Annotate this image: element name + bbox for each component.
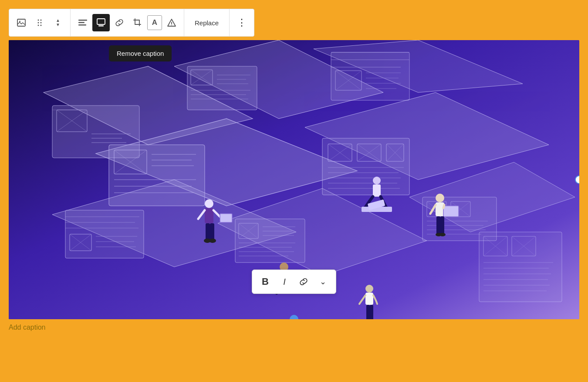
- toolbar-group-2: A: [71, 9, 184, 36]
- link-button[interactable]: [111, 14, 128, 31]
- image-block-toolbar: ▲ ▼: [9, 9, 254, 37]
- drag-handle-button[interactable]: [31, 14, 48, 31]
- svg-point-1: [19, 21, 20, 22]
- svg-point-14: [171, 25, 172, 26]
- text-a-icon: A: [152, 18, 157, 27]
- svg-rect-60: [322, 138, 409, 195]
- svg-point-147: [365, 285, 373, 293]
- image-block-wrapper: Remove caption B I ⌄ Add caption: [9, 40, 579, 331]
- italic-button[interactable]: I: [275, 272, 294, 291]
- remove-caption-tooltip: Remove caption: [109, 45, 172, 61]
- svg-rect-26: [187, 66, 257, 110]
- more-formats-button[interactable]: ⌄: [313, 272, 332, 291]
- toolbar-group-1: ▲ ▼: [9, 9, 71, 36]
- svg-rect-148: [365, 293, 373, 305]
- svg-rect-142: [440, 216, 444, 235]
- svg-point-132: [373, 177, 381, 184]
- svg-rect-124: [205, 208, 213, 223]
- caption-formatting-toolbar: B I ⌄: [252, 269, 336, 294]
- text-overlay-button[interactable]: A: [147, 15, 162, 30]
- svg-point-123: [205, 199, 213, 208]
- add-caption-placeholder[interactable]: Add caption: [9, 324, 579, 331]
- svg-point-2: [38, 20, 39, 21]
- svg-point-7: [41, 25, 42, 26]
- svg-rect-110: [479, 232, 562, 302]
- link-caption-button[interactable]: [294, 272, 313, 291]
- svg-rect-129: [210, 223, 214, 241]
- svg-rect-12: [98, 25, 104, 27]
- replace-button[interactable]: Replace: [188, 14, 226, 31]
- svg-rect-150: [370, 305, 373, 319]
- toolbar-group-3: Replace: [184, 9, 230, 36]
- svg-point-6: [41, 22, 42, 24]
- crop-button[interactable]: [129, 14, 146, 31]
- svg-point-144: [439, 233, 446, 236]
- svg-rect-11: [97, 19, 105, 24]
- align-button[interactable]: [74, 14, 91, 31]
- svg-rect-137: [436, 202, 444, 216]
- toolbar-group-4: ⋮: [230, 9, 254, 36]
- chevron-down-icon: ⌄: [320, 277, 326, 286]
- svg-rect-133: [373, 184, 381, 197]
- bold-button[interactable]: B: [256, 272, 275, 291]
- svg-point-3: [38, 22, 39, 24]
- alert-button[interactable]: [163, 14, 180, 31]
- arrow-down-icon: ▼: [56, 23, 60, 27]
- svg-rect-149: [366, 305, 370, 319]
- image-area[interactable]: Remove caption B I ⌄: [9, 40, 579, 319]
- caption-toggle-button[interactable]: [92, 14, 110, 31]
- svg-rect-10: [78, 24, 86, 26]
- svg-point-4: [38, 25, 39, 26]
- more-options-button[interactable]: ⋮: [233, 14, 250, 31]
- svg-rect-0: [17, 19, 25, 26]
- svg-rect-128: [206, 223, 210, 241]
- svg-rect-127: [220, 214, 232, 222]
- svg-rect-138: [443, 206, 459, 217]
- svg-point-131: [209, 239, 216, 243]
- image-icon-button[interactable]: [13, 14, 30, 31]
- svg-rect-141: [436, 216, 440, 235]
- svg-rect-9: [78, 22, 84, 24]
- svg-point-136: [436, 194, 444, 202]
- move-arrows-button[interactable]: ▲ ▼: [49, 14, 67, 31]
- svg-rect-8: [78, 20, 87, 21]
- svg-point-5: [41, 20, 42, 21]
- svg-line-140: [443, 205, 444, 208]
